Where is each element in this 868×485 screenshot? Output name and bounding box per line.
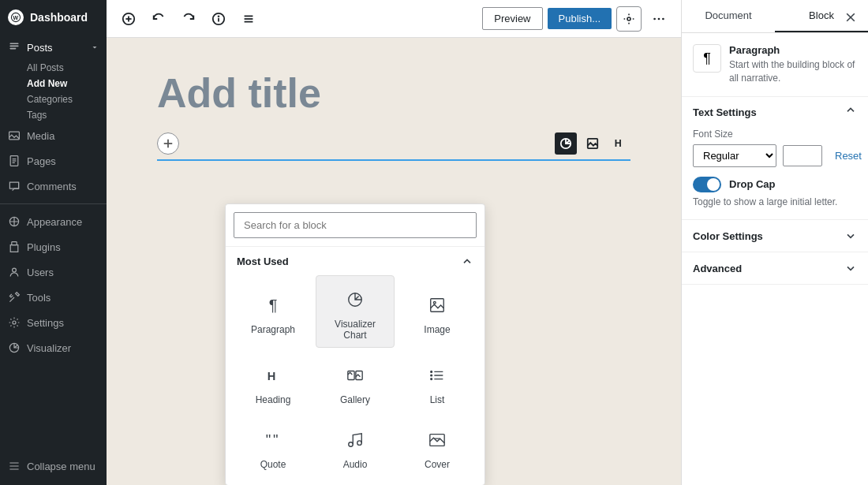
settings-panel-icon xyxy=(623,13,635,25)
sidebar-sub-categories[interactable]: Categories xyxy=(0,91,107,107)
list-block-label: List xyxy=(430,394,445,405)
add-paragraph-button[interactable] xyxy=(157,132,179,155)
sidebar-sub-all-posts[interactable]: All Posts xyxy=(0,60,107,76)
font-size-row: Regular Small Medium Large Extra Large R… xyxy=(693,144,857,167)
publish-button[interactable]: Publish... xyxy=(548,8,612,29)
text-settings-header[interactable]: Text Settings xyxy=(682,97,868,129)
sidebar-item-settings[interactable]: Settings xyxy=(0,310,107,335)
media-label: Media xyxy=(27,130,54,142)
block-search-area xyxy=(226,204,485,247)
more-options-button[interactable] xyxy=(646,6,672,32)
color-settings-header[interactable]: Color Settings xyxy=(682,220,868,252)
undo-button[interactable] xyxy=(146,6,171,32)
sidebar-sub-add-new[interactable]: Add New xyxy=(0,76,107,91)
advanced-section: Advanced xyxy=(682,252,868,285)
drop-cap-desc: Toggle to show a large initial letter. xyxy=(693,196,857,209)
block-item-cover[interactable]: Cover xyxy=(398,416,477,477)
list-block-icon xyxy=(423,361,451,390)
sidebar-logo[interactable]: W Dashboard xyxy=(0,0,107,35)
gallery-block-label: Gallery xyxy=(340,394,370,405)
editor-title[interactable]: Add title xyxy=(157,69,630,117)
color-settings-chevron xyxy=(844,229,857,242)
panel-block-desc: Start with the building block of all nar… xyxy=(729,58,857,85)
sidebar: W Dashboard Posts All Posts Add New Cate… xyxy=(0,0,107,485)
svg-rect-4 xyxy=(9,48,16,50)
sidebar-item-plugins[interactable]: Plugins xyxy=(0,234,107,259)
advanced-title: Advanced xyxy=(693,263,742,274)
users-label: Users xyxy=(27,267,54,278)
svg-text:W: W xyxy=(13,15,19,21)
heading-toolbar-button[interactable]: H xyxy=(608,132,630,155)
block-item-list[interactable]: List xyxy=(398,351,477,412)
info-button[interactable] xyxy=(206,6,231,32)
panel-tabs: Document Block xyxy=(682,0,868,33)
font-reset-button[interactable]: Reset xyxy=(829,146,868,166)
advanced-chevron xyxy=(844,262,857,274)
image-block-label: Image xyxy=(424,324,450,335)
editor-canvas: Add title H Most xyxy=(107,38,681,485)
block-item-paragraph[interactable]: ¶ Paragraph xyxy=(234,275,312,348)
media-icon xyxy=(8,129,21,142)
svg-point-20 xyxy=(219,16,219,17)
audio-block-icon xyxy=(341,426,369,454)
sidebar-sub-tags[interactable]: Tags xyxy=(0,107,107,123)
svg-rect-37 xyxy=(348,371,354,380)
add-block-button[interactable] xyxy=(116,6,141,32)
heading-block-icon: H xyxy=(259,361,287,390)
block-item-quote[interactable]: "" Quote xyxy=(234,416,312,477)
info-icon xyxy=(211,12,226,26)
tab-document[interactable]: Document xyxy=(682,0,775,32)
sidebar-item-comments[interactable]: Comments xyxy=(0,173,107,199)
settings-panel-button[interactable] xyxy=(616,6,642,32)
sidebar-item-posts[interactable]: Posts xyxy=(0,35,107,60)
users-icon xyxy=(8,266,21,278)
sidebar-item-visualizer[interactable]: Visualizer xyxy=(0,335,107,360)
image-toolbar-button[interactable] xyxy=(582,132,604,155)
text-settings-title: Text Settings xyxy=(693,106,757,118)
drop-cap-toggle[interactable] xyxy=(693,177,721,192)
font-size-input[interactable] xyxy=(783,145,822,166)
tools-icon xyxy=(8,291,21,304)
section-collapse-icon[interactable] xyxy=(461,255,473,267)
editor-content-area: H xyxy=(157,132,630,161)
svg-point-42 xyxy=(431,371,432,373)
panel-close-button[interactable] xyxy=(840,6,862,28)
drop-cap-row: Drop Cap xyxy=(693,177,857,192)
preview-button[interactable]: Preview xyxy=(482,7,542,30)
block-section-header: Most Used xyxy=(226,247,485,272)
font-size-select[interactable]: Regular Small Medium Large Extra Large xyxy=(693,144,776,167)
advanced-header[interactable]: Advanced xyxy=(682,252,868,284)
block-item-audio[interactable]: Audio xyxy=(316,416,395,477)
pages-label: Pages xyxy=(27,155,56,167)
sidebar-item-media[interactable]: Media xyxy=(0,123,107,148)
svg-point-35 xyxy=(433,301,436,304)
svg-point-48 xyxy=(357,441,362,446)
chart-toolbar-button[interactable] xyxy=(555,132,577,155)
color-settings-title: Color Settings xyxy=(693,230,763,242)
audio-block-label: Audio xyxy=(343,459,368,470)
block-item-heading[interactable]: H Heading xyxy=(234,351,312,412)
pages-icon xyxy=(8,155,21,167)
sidebar-item-pages[interactable]: Pages xyxy=(0,148,107,173)
visualizer-icon xyxy=(8,341,21,354)
block-picker: Most Used ¶ Paragraph Visualizer Chart xyxy=(225,203,485,485)
collapse-menu-button[interactable]: Collapse menu xyxy=(8,455,99,477)
collapse-icon xyxy=(8,460,21,472)
block-item-gallery[interactable]: Gallery xyxy=(316,351,395,412)
appearance-icon xyxy=(8,215,21,228)
chart-toolbar-icon xyxy=(559,137,572,150)
sidebar-item-users[interactable]: Users xyxy=(0,259,107,285)
heading-block-label: Heading xyxy=(256,394,291,405)
sidebar-item-appearance[interactable]: Appearance xyxy=(0,209,107,234)
add-block-icon xyxy=(122,12,136,26)
add-paragraph-icon xyxy=(163,138,174,149)
block-item-visualizer-chart[interactable]: Visualizer Chart xyxy=(316,275,395,348)
top-bar: Preview Publish... xyxy=(107,0,681,38)
redo-button[interactable] xyxy=(176,6,201,32)
block-item-image[interactable]: Image xyxy=(398,275,477,348)
sidebar-item-tools[interactable]: Tools xyxy=(0,285,107,310)
svg-text:H: H xyxy=(615,138,622,149)
list-view-button[interactable] xyxy=(236,6,261,32)
block-search-input[interactable] xyxy=(234,212,477,238)
visualizer-chart-block-label: Visualizer Chart xyxy=(323,319,387,341)
